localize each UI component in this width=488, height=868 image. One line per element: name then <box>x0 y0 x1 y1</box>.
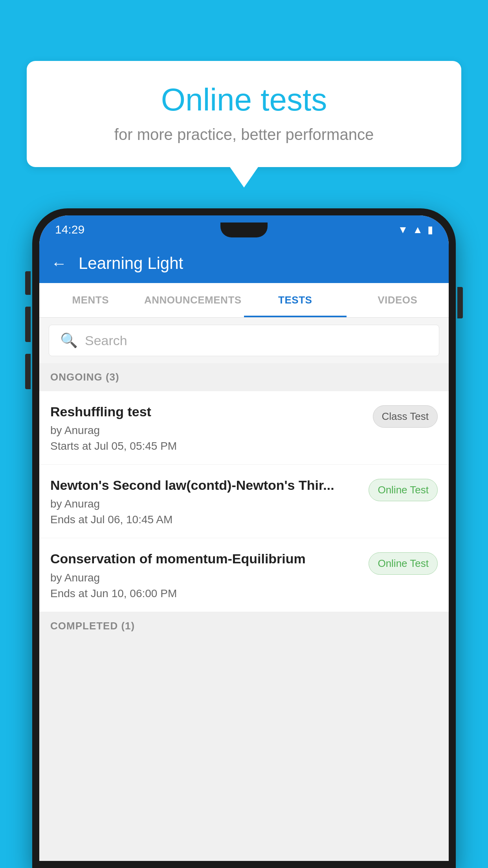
speech-bubble-container: Online tests for more practice, better p… <box>27 61 461 167</box>
class-test-badge: Class Test <box>373 405 438 428</box>
list-item[interactable]: Reshuffling test by Anurag Starts at Jul… <box>39 391 449 465</box>
tab-ments[interactable]: MENTS <box>39 283 142 317</box>
online-test-badge-2: Online Test <box>369 552 438 575</box>
test-title: Conservation of momentum-Equilibrium <box>50 550 359 567</box>
list-item[interactable]: Conservation of momentum-Equilibrium by … <box>39 538 449 612</box>
status-time: 14:29 <box>55 223 84 236</box>
test-date: Ends at Jul 06, 10:45 AM <box>50 513 359 526</box>
bubble-title: Online tests <box>50 83 438 117</box>
tab-announcements[interactable]: ANNOUNCEMENTS <box>142 283 244 317</box>
completed-section-label: COMPLETED (1) <box>39 612 449 640</box>
wifi-icon: ▼ <box>398 224 408 236</box>
tabs-bar: MENTS ANNOUNCEMENTS TESTS VIDEOS <box>39 283 449 318</box>
test-by: by Anurag <box>50 498 359 510</box>
ongoing-section-label: ONGOING (3) <box>39 363 449 391</box>
status-icons: ▼ ▲ ▮ <box>398 224 433 236</box>
search-input[interactable]: Search <box>85 333 127 348</box>
test-by: by Anurag <box>50 572 359 584</box>
app-bar: ← Learning Light <box>39 244 449 283</box>
test-info: Reshuffling test by Anurag Starts at Jul… <box>50 403 363 452</box>
test-info: Newton's Second law(contd)-Newton's Thir… <box>50 476 359 526</box>
test-info: Conservation of momentum-Equilibrium by … <box>50 550 359 600</box>
search-icon: 🔍 <box>60 332 78 349</box>
search-bar[interactable]: 🔍 Search <box>49 325 439 356</box>
speech-bubble: Online tests for more practice, better p… <box>27 61 461 167</box>
phone-volume-silent <box>25 271 31 295</box>
signal-icon: ▲ <box>413 224 423 236</box>
app-title: Learning Light <box>79 254 183 273</box>
test-list: Reshuffling test by Anurag Starts at Jul… <box>39 391 449 612</box>
list-item[interactable]: Newton's Second law(contd)-Newton's Thir… <box>39 465 449 538</box>
test-date: Starts at Jul 05, 05:45 PM <box>50 440 363 452</box>
test-by: by Anurag <box>50 424 363 437</box>
test-title: Newton's Second law(contd)-Newton's Thir… <box>50 476 359 494</box>
phone-notch <box>220 223 268 237</box>
test-title: Reshuffling test <box>50 403 363 420</box>
battery-icon: ▮ <box>427 224 433 236</box>
tab-videos[interactable]: VIDEOS <box>347 283 449 317</box>
phone-volume-up <box>25 307 31 342</box>
bubble-subtitle: for more practice, better performance <box>50 126 438 143</box>
tab-tests[interactable]: TESTS <box>244 283 347 317</box>
phone-frame: 14:29 ▼ ▲ ▮ ← Learning Light MENTS ANNOU… <box>32 208 456 868</box>
test-date: Ends at Jun 10, 06:00 PM <box>50 587 359 600</box>
phone-screen: 14:29 ▼ ▲ ▮ ← Learning Light MENTS ANNOU… <box>39 215 449 861</box>
back-button[interactable]: ← <box>51 255 67 272</box>
online-test-badge: Online Test <box>369 479 438 501</box>
search-container: 🔍 Search <box>39 318 449 363</box>
phone-volume-down <box>25 354 31 389</box>
phone-power-button <box>457 287 463 318</box>
